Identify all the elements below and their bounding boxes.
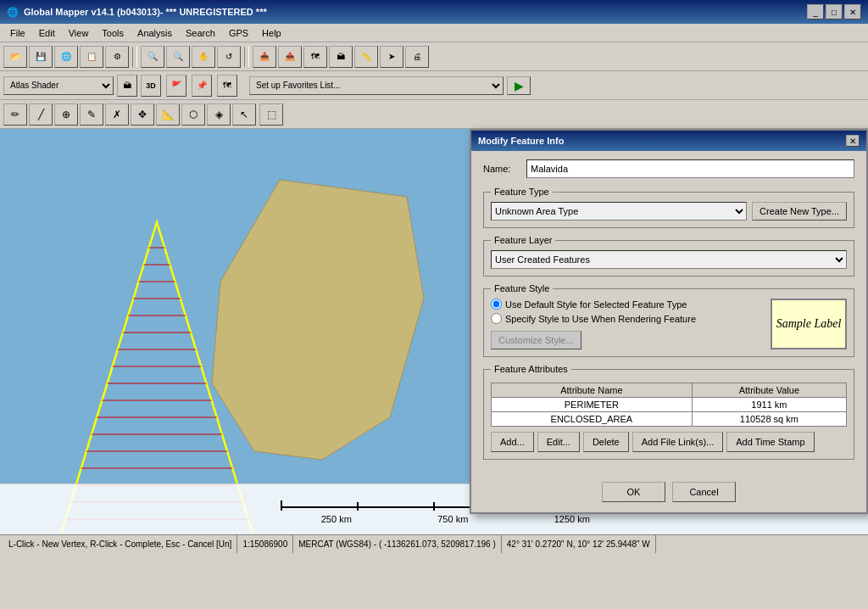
edit-feature-btn[interactable]: ✎ [80,103,103,126]
draw-line-btn[interactable]: ╱ [29,103,53,126]
shader-section: Atlas Shader 🏔 3D [3,75,161,97]
scale-250: 250 km [321,514,352,524]
feature-type-legend: Feature Type [491,187,553,197]
3d-icon-btn[interactable]: 3D [141,75,161,97]
terrain-button[interactable]: 🏔 [329,46,353,68]
style-options: Use Default Style for Selected Feature T… [491,299,847,349]
feature-type-fieldset: Feature Type Unknown Area Type Create Ne… [483,187,854,228]
digitize-btn[interactable]: ⬡ [181,103,205,126]
feature-attributes-legend: Feature Attributes [491,364,571,374]
delete-feature-btn[interactable]: ✗ [105,103,129,126]
create-new-type-button[interactable]: Create New Type... [752,202,847,221]
radio-specify-label: Specify Style to Use When Rendering Feat… [505,314,696,324]
menu-search[interactable]: Search [179,26,222,40]
status-left: L-Click - New Vertex, R-Click - Complete… [3,535,237,553]
attributes-table: Attribute Name Attribute Value PERIMETER… [491,383,847,427]
app-title: Global Mapper v14.1 (b043013)- *** UNREG… [24,7,267,17]
move-feature-btn[interactable]: ✥ [131,103,154,126]
statusbar: L-Click - New Vertex, R-Click - Complete… [0,534,868,553]
sample-label-text: Sample Label [776,317,842,331]
ok-button[interactable]: OK [602,482,665,502]
zoom-in-button[interactable]: 🔍 [141,46,164,68]
terrain-icon-btn[interactable]: 🏔 [117,75,137,97]
radio-default-style[interactable] [491,299,502,310]
route-button[interactable]: ➤ [380,46,403,68]
map-btn[interactable]: 🗺 [217,75,237,97]
feature-type-row: Unknown Area Type Create New Type... [491,202,847,221]
cancel-button[interactable]: Cancel [672,482,736,502]
attr-value-1: 110528 sq km [692,412,846,427]
menu-gps[interactable]: GPS [222,26,255,40]
add-file-link-button[interactable]: Add File Link(s)... [632,432,724,452]
web-button[interactable]: 🌐 [54,46,78,68]
toolbar-draw: ✏ ╱ ⊕ ✎ ✗ ✥ 📐 ⬡ ◈ ↖ ⬚ [0,100,868,129]
status-scale: 1:15086900 [237,535,293,553]
measure-distance-btn[interactable]: 📐 [156,103,180,126]
favorites-combo[interactable]: Set up Favorites List... [249,76,504,95]
radio-specify-style[interactable] [491,313,502,324]
print-button[interactable]: 🖨 [405,46,429,68]
settings-button[interactable]: ⚙ [105,46,129,68]
select-btn[interactable]: ↖ [232,103,256,126]
name-input[interactable] [526,159,854,178]
menu-view[interactable]: View [62,26,96,40]
col-attr-name: Attribute Name [492,383,693,398]
import-button[interactable]: 📥 [253,46,276,68]
export-button[interactable]: 📤 [278,46,302,68]
table-row: ENCLOSED_AREA 110528 sq km [492,412,847,427]
name-label: Name: [483,164,521,174]
draw-area-btn[interactable]: ✏ [3,103,27,126]
toolbar-shader-row: Atlas Shader 🏔 3D 🚩 📌 🗺 Set up Favorites… [0,71,868,100]
attr-buttons: Add... Edit... Delete Add File Link(s)..… [491,432,847,452]
flag-btn[interactable]: 🚩 [166,75,186,97]
feature-style-fieldset: Feature Style Use Default Style for Sele… [483,283,854,357]
bookmark-btn[interactable]: 📌 [192,75,212,97]
scale-1250: 1250 km [554,514,590,524]
minimize-button[interactable]: _ [807,4,824,20]
save-button[interactable]: 💾 [29,46,53,68]
separator2 [244,47,249,67]
refresh-button[interactable]: ↺ [217,46,241,68]
zoom-region-btn[interactable]: ⬚ [259,103,283,126]
draw-point-btn[interactable]: ⊕ [54,103,78,126]
customize-style-button[interactable]: Customize Style... [491,331,581,349]
pan-button[interactable]: ✋ [192,46,215,68]
dialog-footer: OK Cancel [471,475,866,512]
feature-layer-select[interactable]: User Created Features [491,250,847,269]
menu-file[interactable]: File [3,26,32,40]
table-row: PERIMETER 1911 km [492,398,847,412]
close-button[interactable]: ✕ [844,4,861,20]
status-coords: 42° 31' 0.2720" N, 10° 12' 25.9448" W [502,535,656,553]
zoom-out-button[interactable]: 🔍 [166,46,190,68]
menu-help[interactable]: Help [255,26,288,40]
titlebar: 🌐 Global Mapper v14.1 (b043013)- *** UNR… [0,0,868,24]
open-button[interactable]: 📂 [3,46,27,68]
measure-button[interactable]: 📏 [354,46,378,68]
shader-select[interactable]: Atlas Shader [3,76,114,95]
menu-analysis[interactable]: Analysis [131,26,179,40]
col-attr-value: Attribute Value [692,383,846,398]
add-time-stamp-button[interactable]: Add Time Stamp [726,432,814,452]
maximize-button[interactable]: □ [826,4,843,20]
config-button[interactable]: 🗺 [303,46,327,68]
status-projection: MERCAT (WGS84) - ( -1136261.073, 5209817… [293,535,502,553]
menu-edit[interactable]: Edit [32,26,62,40]
layer-button[interactable]: 📋 [80,46,103,68]
scale-labels: 250 km 750 km 1250 km [273,514,595,524]
radio-specify-style-row: Specify Style to Use When Rendering Feat… [491,313,760,324]
attr-name-0: PERIMETER [492,398,693,412]
dialog-titlebar: Modify Feature Info ✕ [471,131,866,151]
dialog-close-button[interactable]: ✕ [846,135,860,147]
play-button[interactable]: ▶ [507,76,531,95]
feature-style-legend: Feature Style [491,283,553,293]
edit-attr-button[interactable]: Edit... [537,432,580,452]
vertex-btn[interactable]: ◈ [207,103,231,126]
scale-750: 750 km [437,514,468,524]
main-area: 250 km 750 km 1250 km Modify Feature Inf… [0,129,868,534]
delete-attr-button[interactable]: Delete [583,432,629,452]
radio-default-label: Use Default Style for Selected Feature T… [505,299,687,310]
menu-tools[interactable]: Tools [95,26,131,40]
modify-feature-dialog: Modify Feature Info ✕ Name: Feature Type… [470,129,868,514]
feature-type-select[interactable]: Unknown Area Type [491,202,747,221]
add-attr-button[interactable]: Add... [491,432,534,452]
